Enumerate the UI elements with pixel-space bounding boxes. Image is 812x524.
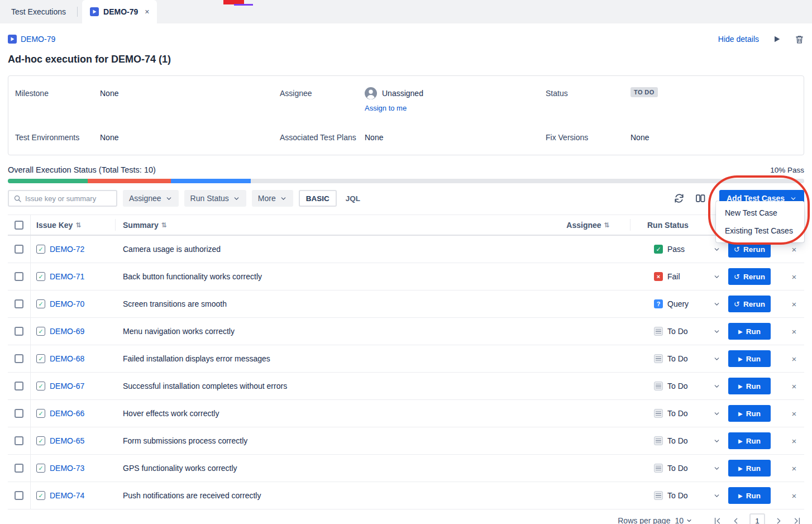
- issue-key-link[interactable]: DEMO-71: [50, 272, 84, 281]
- status-todo-icon: [654, 327, 663, 336]
- run-status-cell[interactable]: To Do: [630, 382, 728, 390]
- issue-key-link[interactable]: DEMO-68: [50, 354, 84, 363]
- row-checkbox[interactable]: [15, 354, 23, 363]
- assignee-label: Assignee: [280, 87, 365, 99]
- run-status-filter-button[interactable]: Run Status: [184, 190, 246, 207]
- row-checkbox[interactable]: [15, 245, 23, 254]
- row-checkbox[interactable]: [15, 409, 23, 418]
- current-page-button[interactable]: 1: [749, 513, 765, 524]
- remove-test-icon[interactable]: ×: [792, 245, 797, 254]
- run-button[interactable]: ▶Run: [728, 378, 771, 394]
- menu-item-new-test-case[interactable]: New Test Case: [716, 204, 804, 222]
- menu-item-existing-test-cases[interactable]: Existing Test Cases: [716, 222, 804, 240]
- run-status-cell[interactable]: To Do: [630, 491, 728, 500]
- chevron-down-icon[interactable]: [713, 355, 720, 363]
- play-execution-button[interactable]: [772, 35, 781, 44]
- remove-test-icon[interactable]: ×: [792, 491, 797, 501]
- remove-test-icon[interactable]: ×: [792, 382, 797, 391]
- remove-test-icon[interactable]: ×: [792, 299, 797, 309]
- sort-icon[interactable]: ⇅: [161, 221, 167, 229]
- run-status-cell[interactable]: To Do: [630, 464, 728, 473]
- issue-key-link[interactable]: DEMO-70: [50, 299, 84, 308]
- chevron-down-icon[interactable]: [713, 410, 720, 417]
- run-status-cell[interactable]: To Do: [630, 409, 728, 418]
- remove-test-icon[interactable]: ×: [792, 409, 797, 418]
- rerun-button[interactable]: ↺Rerun: [728, 296, 771, 312]
- first-page-button[interactable]: [713, 516, 722, 524]
- rows-per-page-select[interactable]: 10: [675, 516, 692, 524]
- chevron-down-icon[interactable]: [713, 383, 720, 390]
- table-row-demo-69: ✓DEMO-69Menu navigation works correctlyT…: [8, 318, 804, 345]
- issue-key-cell: ✓DEMO-74: [31, 491, 116, 500]
- issue-key-link[interactable]: DEMO-73: [50, 464, 84, 473]
- run-button[interactable]: ▶Run: [728, 405, 771, 422]
- issue-key-link[interactable]: DEMO-67: [50, 382, 84, 390]
- remove-test-icon[interactable]: ×: [792, 464, 797, 473]
- issue-key-link[interactable]: DEMO-69: [50, 327, 84, 336]
- sort-icon[interactable]: ⇅: [604, 221, 610, 229]
- row-checkbox[interactable]: [15, 436, 23, 445]
- row-checkbox[interactable]: [15, 491, 23, 500]
- run-status-cell[interactable]: ?Query: [630, 299, 728, 308]
- row-checkbox[interactable]: [15, 382, 23, 390]
- run-status-cell[interactable]: To Do: [630, 354, 728, 363]
- delete-execution-button[interactable]: [795, 35, 804, 44]
- columns-settings-button[interactable]: [695, 193, 706, 204]
- row-checkbox[interactable]: [15, 299, 23, 308]
- assignee-header[interactable]: Assignee ⇅: [546, 221, 630, 230]
- issue-key-header[interactable]: Issue Key ⇅: [31, 219, 116, 231]
- summary-header[interactable]: Summary ⇅: [116, 221, 546, 230]
- run-button[interactable]: ▶Run: [728, 460, 771, 477]
- basic-mode-toggle[interactable]: BASIC: [299, 190, 337, 207]
- remove-test-icon[interactable]: ×: [792, 272, 797, 282]
- remove-test-icon[interactable]: ×: [792, 436, 797, 446]
- chevron-down-icon[interactable]: [713, 492, 720, 499]
- next-page-button[interactable]: [774, 516, 784, 524]
- run-status-cell[interactable]: To Do: [630, 436, 728, 445]
- refresh-button[interactable]: [674, 193, 685, 204]
- run-button[interactable]: ▶Run: [728, 487, 771, 504]
- previous-page-icon: [731, 516, 741, 524]
- issue-key-link[interactable]: DEMO-72: [50, 245, 84, 254]
- row-checkbox[interactable]: [15, 272, 23, 281]
- rerun-button[interactable]: ↺Rerun: [728, 241, 771, 258]
- issue-key-link[interactable]: DEMO-66: [50, 409, 84, 418]
- test-cases-table: Issue Key ⇅ Summary ⇅ Assignee ⇅ Run Sta…: [8, 215, 804, 509]
- chevron-down-icon[interactable]: [713, 328, 720, 335]
- chevron-down-icon[interactable]: [713, 437, 720, 445]
- search-input[interactable]: [25, 194, 123, 203]
- run-status-cell[interactable]: ✓Pass: [630, 245, 728, 254]
- previous-page-button[interactable]: [731, 516, 741, 524]
- chevron-down-icon[interactable]: [713, 301, 720, 308]
- assignee-filter-label: Assignee: [129, 194, 161, 203]
- chevron-down-icon[interactable]: [713, 273, 720, 280]
- tab-demo-79[interactable]: DEMO-79 ×: [82, 0, 157, 23]
- run-button[interactable]: ▶Run: [728, 350, 771, 367]
- chevron-down-icon[interactable]: [713, 465, 720, 472]
- issue-key-link[interactable]: DEMO-74: [50, 491, 84, 500]
- select-all-checkbox[interactable]: [15, 221, 23, 230]
- hide-details-link[interactable]: Hide details: [718, 35, 759, 44]
- row-checkbox[interactable]: [15, 464, 23, 473]
- tab-close-icon[interactable]: ×: [145, 7, 149, 16]
- play-icon: ▶: [738, 383, 743, 389]
- rerun-button[interactable]: ↺Rerun: [728, 268, 771, 285]
- more-filters-button[interactable]: More: [252, 190, 293, 207]
- remove-test-icon[interactable]: ×: [792, 354, 797, 364]
- last-page-button[interactable]: [792, 516, 802, 524]
- issue-key-link[interactable]: DEMO-79: [21, 35, 55, 44]
- tab-test-executions[interactable]: Test Executions: [0, 0, 77, 23]
- rerun-icon: ↺: [734, 245, 740, 254]
- run-button[interactable]: ▶Run: [728, 432, 771, 449]
- remove-test-icon[interactable]: ×: [792, 327, 797, 336]
- run-status-cell[interactable]: To Do: [630, 327, 728, 336]
- row-checkbox[interactable]: [15, 327, 23, 336]
- issue-key-link[interactable]: DEMO-65: [50, 436, 84, 445]
- jql-mode-toggle[interactable]: JQL: [342, 194, 364, 203]
- assign-to-me-link[interactable]: Assign to me: [365, 104, 423, 112]
- run-button[interactable]: ▶Run: [728, 323, 771, 340]
- sort-icon[interactable]: ⇅: [75, 221, 81, 229]
- run-status-cell[interactable]: ×Fail: [630, 272, 728, 281]
- assignee-filter-button[interactable]: Assignee: [123, 190, 179, 207]
- chevron-down-icon[interactable]: [713, 246, 720, 253]
